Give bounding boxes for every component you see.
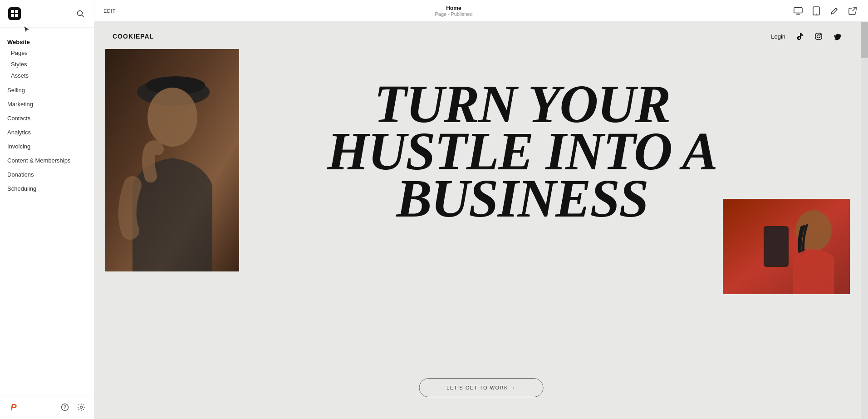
svg-point-14 <box>816 14 817 15</box>
sidebar-item-styles[interactable]: Styles <box>0 59 94 70</box>
sidebar-item-contacts[interactable]: Contacts <box>0 111 94 125</box>
sidebar-item-marketing[interactable]: Marketing <box>0 97 94 111</box>
tablet-view-button[interactable] <box>810 5 823 17</box>
edit-mode-button[interactable] <box>828 5 841 17</box>
sidebar-item-selling[interactable]: Selling <box>0 83 94 97</box>
svg-point-23 <box>147 88 197 147</box>
twitter-icon[interactable] <box>833 31 843 41</box>
nav-login[interactable]: Login <box>771 33 785 40</box>
svg-point-17 <box>817 35 820 38</box>
svg-point-18 <box>820 34 821 35</box>
cta-button[interactable]: LET'S GET TO WORK → <box>419 378 544 397</box>
topbar-right-controls <box>792 5 859 17</box>
edit-label: EDIT <box>103 8 116 14</box>
svg-point-9 <box>80 406 83 409</box>
svg-point-5 <box>78 11 83 16</box>
headline-line2: HUSTLE INTO A <box>203 128 841 175</box>
sidebar-item-pages[interactable]: Pages <box>0 47 94 59</box>
hero-text: TURN YOUR HUSTLE INTO A BUSINESS <box>203 81 841 222</box>
nav-right: Login <box>771 31 843 41</box>
sidebar: Website Pages Styles Assets Selling Mark… <box>0 0 94 419</box>
svg-rect-27 <box>765 227 787 266</box>
sidebar-item-analytics[interactable]: Analytics <box>0 125 94 139</box>
topbar-center: Home Page · Published <box>435 5 472 17</box>
website-nav: COOKIEPAL Login <box>94 22 861 51</box>
tiktok-icon[interactable] <box>794 31 804 41</box>
squarespace-logo[interactable] <box>7 6 22 21</box>
svg-rect-4 <box>15 14 18 17</box>
profile-logo[interactable]: P <box>7 401 20 414</box>
svg-rect-2 <box>15 10 18 13</box>
search-button[interactable] <box>74 7 87 20</box>
instagram-icon[interactable] <box>814 31 824 41</box>
site-logo: COOKIEPAL <box>113 33 154 40</box>
svg-line-6 <box>82 15 84 17</box>
sidebar-footer: P ? <box>0 395 94 419</box>
main-content: COOKIEPAL Login <box>94 22 868 419</box>
sidebar-item-scheduling[interactable]: Scheduling <box>0 182 94 196</box>
svg-rect-0 <box>8 7 21 20</box>
svg-rect-10 <box>794 7 802 13</box>
sidebar-item-donations[interactable]: Donations <box>0 168 94 182</box>
svg-rect-1 <box>11 10 14 13</box>
headline-line3: BUSINESS <box>203 175 841 222</box>
scrollbar[interactable] <box>861 22 868 419</box>
preview-page: COOKIEPAL Login <box>94 22 868 419</box>
page-status: Page · Published <box>435 11 472 17</box>
sidebar-bottom-icons: ? <box>59 402 87 413</box>
svg-line-15 <box>853 7 856 11</box>
external-link-button[interactable] <box>846 5 859 17</box>
scrollbar-thumb[interactable] <box>861 22 868 58</box>
help-button[interactable]: ? <box>59 402 70 413</box>
settings-button[interactable] <box>76 402 87 413</box>
website-section: Website Pages Styles Assets <box>0 31 94 83</box>
sidebar-item-invoicing[interactable]: Invoicing <box>0 139 94 153</box>
page-title: Home <box>435 5 472 11</box>
sidebar-navigation: Website Pages Styles Assets Selling Mark… <box>0 28 94 395</box>
topbar: EDIT Home Page · Published <box>94 0 868 22</box>
sidebar-item-assets[interactable]: Assets <box>0 70 94 81</box>
desktop-view-button[interactable] <box>792 5 804 17</box>
sidebar-header <box>0 0 94 28</box>
svg-text:?: ? <box>64 404 67 410</box>
cursor-indicator <box>23 25 32 35</box>
svg-rect-16 <box>815 33 822 39</box>
svg-rect-3 <box>11 14 14 17</box>
hero-headline: TURN YOUR HUSTLE INTO A BUSINESS <box>203 81 841 222</box>
sidebar-item-content-memberships[interactable]: Content & Memberships <box>0 153 94 168</box>
headline-line1: TURN YOUR <box>203 81 841 128</box>
sidebar-item-website[interactable]: Website <box>0 37 94 47</box>
